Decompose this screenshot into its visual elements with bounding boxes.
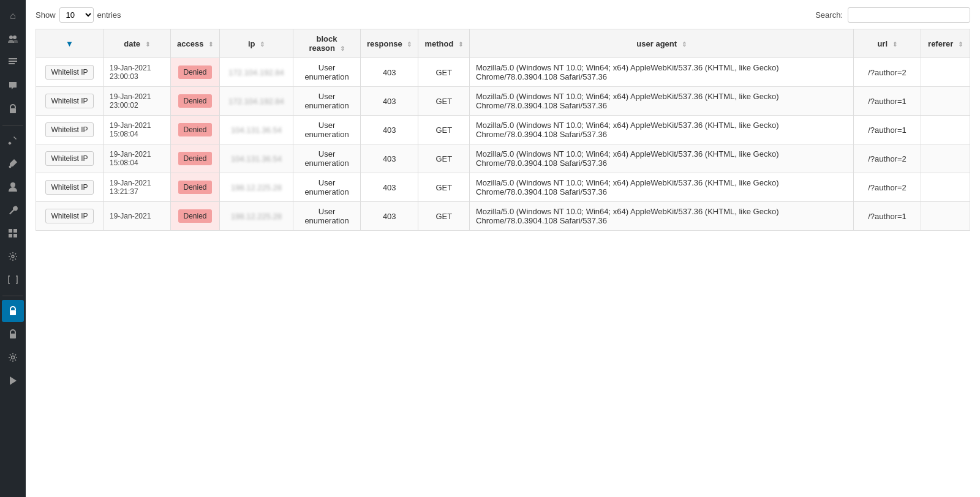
th-user-agent[interactable]: user agent ⇕: [470, 29, 854, 58]
table-row: Whitelist IP19-Jan-2021 23:00:03Denied17…: [36, 58, 970, 87]
search-input[interactable]: [848, 7, 970, 23]
th-date-sort: ⇕: [145, 41, 150, 48]
th-url[interactable]: url ⇕: [854, 29, 921, 58]
cell-response: 403: [361, 202, 418, 231]
cell-url: /?author=1: [854, 87, 921, 116]
cell-block-reason: User enumeration: [293, 116, 361, 144]
cell-date: 19-Jan-2021 13:21:37: [104, 173, 171, 202]
cell-action: Whitelist IP: [36, 58, 104, 87]
th-ip-label: ip: [248, 39, 255, 48]
th-block-reason-sort: ⇕: [340, 45, 345, 52]
cell-method: GET: [418, 87, 470, 116]
sidebar-divider-2: [2, 296, 23, 296]
svg-rect-6: [8, 141, 12, 145]
th-date-label: date: [124, 39, 140, 48]
cell-user-agent: Mozilla/5.0 (Windows NT 10.0; Win64; x64…: [470, 202, 854, 231]
posts-icon[interactable]: [2, 51, 24, 73]
th-response-sort: ⇕: [407, 41, 412, 48]
cell-ip: 104.131.36.54: [220, 144, 293, 173]
entries-label: entries: [97, 10, 121, 20]
cell-action: Whitelist IP: [36, 116, 104, 144]
svg-point-0: [9, 36, 13, 39]
lock-active-icon[interactable]: [2, 300, 24, 322]
comments-icon[interactable]: [2, 75, 24, 97]
th-block-reason[interactable]: blockreason ⇕: [293, 29, 361, 58]
brush-icon[interactable]: [2, 152, 24, 174]
th-method[interactable]: method ⇕: [418, 29, 470, 58]
lock2-icon[interactable]: [2, 323, 24, 345]
cell-response: 403: [361, 173, 418, 202]
tools-icon[interactable]: [2, 129, 24, 151]
ip-value: 104.131.36.54: [231, 154, 282, 163]
whitelist-ip-button[interactable]: Whitelist IP: [45, 94, 93, 108]
cell-url: /?author=2: [854, 144, 921, 173]
th-referer[interactable]: referer ⇕: [921, 29, 970, 58]
cell-date: 19-Jan-2021 23:00:02: [104, 87, 171, 116]
cell-referer: [921, 58, 970, 87]
cell-url: /?author=2: [854, 58, 921, 87]
cell-method: GET: [418, 202, 470, 231]
cell-url: /?author=1: [854, 116, 921, 144]
th-block-reason-label: blockreason: [309, 34, 337, 53]
cell-user-agent: Mozilla/5.0 (Windows NT 10.0; Win64; x64…: [470, 116, 854, 144]
th-date[interactable]: date ⇕: [104, 29, 171, 58]
team-icon[interactable]: [2, 28, 24, 50]
cell-access: Denied: [171, 87, 220, 116]
cell-referer: [921, 116, 970, 144]
play-icon[interactable]: [2, 370, 24, 392]
th-action-sort-icon: ▼: [66, 39, 74, 48]
svg-rect-2: [9, 58, 17, 59]
svg-point-1: [13, 36, 17, 39]
th-action[interactable]: ▼: [36, 29, 104, 58]
svg-point-16: [12, 356, 15, 359]
cell-response: 403: [361, 87, 418, 116]
gear-icon[interactable]: [2, 346, 24, 368]
wrench-icon[interactable]: [2, 199, 24, 221]
cell-referer: [921, 173, 970, 202]
svg-rect-10: [13, 229, 17, 233]
th-access[interactable]: access ⇕: [171, 29, 220, 58]
denied-badge: Denied: [178, 181, 211, 194]
show-entries-control: Show 10 25 50 100 entries: [36, 7, 121, 23]
th-referer-label: referer: [928, 39, 953, 48]
cell-method: GET: [418, 116, 470, 144]
th-url-label: url: [877, 39, 888, 48]
ip-value: 198.12.225.28: [231, 212, 282, 221]
table-header-row: ▼ date ⇕ access ⇕ ip ⇕ blockreason ⇕: [36, 29, 970, 58]
table-row: Whitelist IP19-Jan-2021 15:08:04Denied10…: [36, 144, 970, 173]
table-row: Whitelist IP19-Jan-2021 13:21:37Denied19…: [36, 173, 970, 202]
search-box: Search:: [815, 7, 970, 23]
th-method-sort: ⇕: [458, 41, 463, 48]
user-icon[interactable]: [2, 176, 24, 198]
search-label: Search:: [815, 10, 843, 20]
controls-row: Show 10 25 50 100 entries Search:: [36, 7, 970, 23]
cell-access: Denied: [171, 58, 220, 87]
svg-point-13: [12, 255, 14, 258]
cell-user-agent: Mozilla/5.0 (Windows NT 10.0; Win64; x64…: [470, 173, 854, 202]
th-ip[interactable]: ip ⇕: [220, 29, 293, 58]
lock-icon-1[interactable]: [2, 98, 24, 120]
cell-access: Denied: [171, 202, 220, 231]
th-referer-sort: ⇕: [958, 41, 963, 48]
th-response[interactable]: response ⇕: [361, 29, 418, 58]
cell-block-reason: User enumeration: [293, 87, 361, 116]
cell-date: 19-Jan-2021 15:08:04: [104, 116, 171, 144]
cell-action: Whitelist IP: [36, 144, 104, 173]
denied-badge: Denied: [178, 94, 211, 108]
th-response-label: response: [367, 39, 402, 48]
entries-select[interactable]: 10 25 50 100: [59, 7, 94, 23]
whitelist-ip-button[interactable]: Whitelist IP: [45, 122, 93, 137]
whitelist-ip-button[interactable]: Whitelist IP: [45, 65, 93, 80]
cell-method: GET: [418, 173, 470, 202]
bracket-icon[interactable]: [2, 269, 24, 291]
sidebar-divider-1: [2, 125, 23, 125]
settings-circle-icon[interactable]: [2, 245, 24, 267]
whitelist-ip-button[interactable]: Whitelist IP: [45, 151, 93, 166]
whitelist-ip-button[interactable]: Whitelist IP: [45, 209, 93, 223]
home-icon[interactable]: ⌂: [2, 5, 24, 27]
cell-ip: 172.104.192.84: [220, 58, 293, 87]
grid-icon[interactable]: [2, 222, 24, 244]
whitelist-ip-button[interactable]: Whitelist IP: [45, 180, 93, 195]
svg-rect-11: [9, 234, 12, 237]
cell-method: GET: [418, 58, 470, 87]
